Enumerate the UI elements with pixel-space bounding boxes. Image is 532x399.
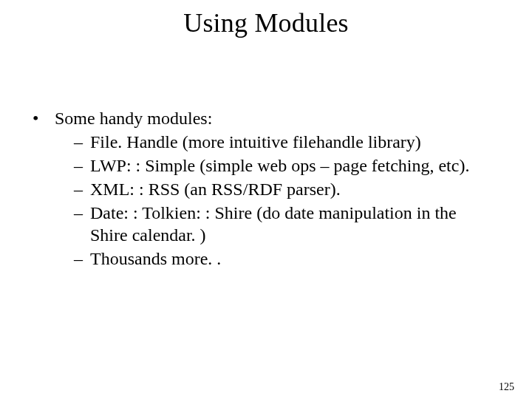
sub-item-text: File. Handle (more intuitive filehandle … <box>90 131 502 153</box>
dash-glyph: – <box>74 154 90 177</box>
bullet-glyph: • <box>30 107 55 129</box>
sub-item-text: XML: : RSS (an RSS/RDF parser). <box>90 178 502 200</box>
sub-item: – Thousands more. . <box>74 248 502 270</box>
slide-title: Using Modules <box>0 7 532 38</box>
sub-item: – File. Handle (more intuitive filehandl… <box>74 131 502 153</box>
sub-item-text: Date: : Tolkien: : Shire (do date manipu… <box>90 202 502 246</box>
dash-glyph: – <box>74 131 90 153</box>
sub-item: – LWP: : Simple (simple web ops – page f… <box>74 154 502 177</box>
bullet-text: Some handy modules: <box>55 107 502 129</box>
sub-item-text: LWP: : Simple (simple web ops – page fet… <box>90 154 502 177</box>
dash-glyph: – <box>74 248 90 270</box>
slide: Using Modules • Some handy modules: – Fi… <box>0 7 532 399</box>
slide-body: • Some handy modules: – File. Handle (mo… <box>30 107 502 271</box>
sub-item: – Date: : Tolkien: : Shire (do date mani… <box>74 202 502 246</box>
bullet-item: • Some handy modules: <box>30 107 502 129</box>
sub-item-text: Thousands more. . <box>90 248 502 270</box>
dash-glyph: – <box>74 202 90 224</box>
sub-item: – XML: : RSS (an RSS/RDF parser). <box>74 178 502 200</box>
dash-glyph: – <box>74 178 90 200</box>
page-number: 125 <box>499 381 514 393</box>
